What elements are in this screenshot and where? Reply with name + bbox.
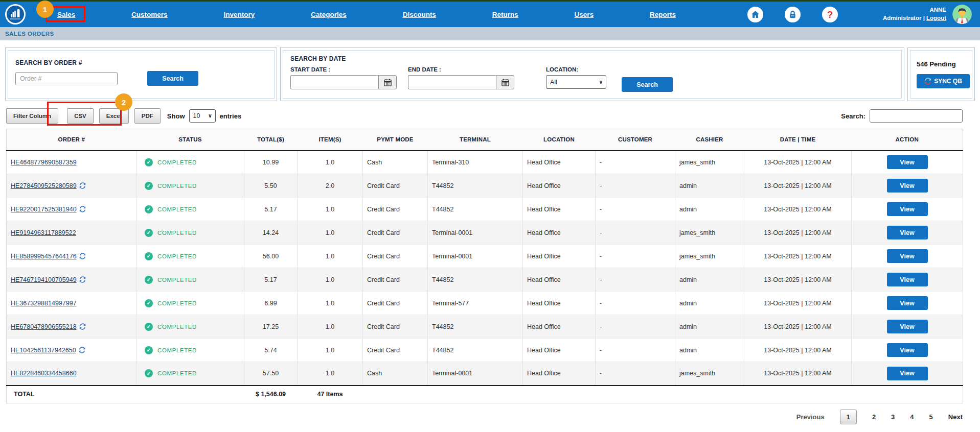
location-cell: Head Office [523,268,596,292]
column-header-total[interactable]: TOTAL($) [244,129,298,151]
status-badge: COMPLETED [157,253,197,259]
nav-item-inventory[interactable]: Inventory [223,11,255,18]
nav-item-users[interactable]: Users [575,11,594,18]
view-button[interactable]: View [887,367,928,380]
cashier-cell: james_smith [675,221,744,245]
export-csv-button[interactable]: CSV [67,108,94,124]
view-button[interactable]: View [887,179,928,193]
sync-icon [924,78,931,85]
table-header-row: ORDER #STATUSTOTAL($)ITEM(S)PYMT MODETER… [7,129,963,151]
view-button[interactable]: View [887,202,928,216]
location-field: LOCATION: All ∨ [546,66,606,89]
location-cell: Head Office [523,292,596,315]
cashier-cell: admin [675,268,744,292]
view-button[interactable]: View [887,296,928,310]
status-cell: ✓COMPLETED [136,151,244,174]
column-header-pymt-mode[interactable]: PYMT MODE [363,129,428,151]
cashier-cell: admin [675,198,744,221]
end-date-input[interactable] [408,75,496,89]
page-size-select[interactable]: 10 [189,109,216,123]
items-cell: 1.0 [298,339,363,362]
nav-item-returns[interactable]: Returns [492,11,518,18]
view-button[interactable]: View [887,249,928,263]
lock-icon[interactable] [785,7,801,22]
location-cell: Head Office [523,198,596,221]
pagination-page-1[interactable]: 1 [840,410,857,424]
location-select[interactable]: All [546,75,606,89]
nav-item-reports[interactable]: Reports [650,11,676,18]
pagination-page-5[interactable]: 5 [929,413,933,421]
sync-icon [79,323,86,330]
pagination-previous[interactable]: Previous [796,413,825,421]
pymt-mode-cell: Credit Card [363,315,428,339]
order-link[interactable]: HE2784509525280589 [11,182,77,189]
column-header-location[interactable]: LOCATION [523,129,596,151]
items-cell: 1.0 [298,221,363,245]
order-link[interactable]: HE4648779690587359 [11,159,77,166]
nav-item-categories[interactable]: Categories [311,11,347,18]
pagination-page-2[interactable]: 2 [872,413,876,421]
column-header-cashier[interactable]: CASHIER [675,129,744,151]
items-cell: 2.0 [298,174,363,198]
order-link[interactable]: HE6780478906555218 [11,323,77,330]
status-cell: ✓COMPLETED [136,315,244,339]
status-badge: COMPLETED [157,300,197,306]
view-button[interactable]: View [887,155,928,169]
order-link[interactable]: HE1042561137942650 [11,347,76,354]
pagination-page-4[interactable]: 4 [910,413,914,421]
cashier-cell: james_smith [675,362,744,386]
view-button[interactable]: View [887,343,928,357]
order-link[interactable]: HE9194963117889522 [11,229,76,236]
order-link[interactable]: HE9220017525381940 [11,206,77,213]
user-avatar[interactable] [952,5,972,24]
export-excel-button[interactable]: Excel [99,108,129,124]
pymt-mode-cell: Credit Card [363,245,428,268]
table-search-input[interactable] [870,109,963,123]
pagination-page-3[interactable]: 3 [891,413,895,421]
logout-link[interactable]: Logout [926,15,946,21]
sync-qb-button[interactable]: SYNC QB [917,74,970,88]
status-cell: ✓COMPLETED [136,245,244,268]
location-cell: Head Office [523,221,596,245]
view-button[interactable]: View [887,273,928,286]
export-pdf-button[interactable]: PDF [134,108,161,124]
view-button[interactable]: View [887,320,928,333]
terminal-cell: Terminal-0001 [428,362,523,386]
home-icon[interactable] [747,7,763,22]
column-header-date-time[interactable]: DATE | TIME [744,129,852,151]
terminal-cell: T44852 [428,198,523,221]
app-logo[interactable] [5,4,26,25]
nav-item-discounts[interactable]: Discounts [403,11,436,18]
start-date-input[interactable] [290,75,378,89]
terminal-cell: Terminal-310 [428,151,523,174]
user-name: ANNE [883,6,946,14]
order-link[interactable]: HE8228460334458660 [11,370,77,377]
column-header-item-s[interactable]: ITEM(S) [298,129,363,151]
order-link[interactable]: HE3673298814997997 [11,300,77,307]
column-header-order[interactable]: ORDER # [7,129,136,151]
order-link[interactable]: HE7467194100705949 [11,276,77,283]
column-header-action[interactable]: ACTION [852,129,963,151]
terminal-cell: Terminal-0001 [428,245,523,268]
terminal-cell: T44852 [428,174,523,198]
column-header-status[interactable]: STATUS [136,129,244,151]
table-row: HE7467194100705949✓COMPLETED5.171.0Credi… [7,268,963,292]
end-date-calendar-icon[interactable] [496,75,514,89]
start-date-calendar-icon[interactable] [378,75,397,89]
order-link[interactable]: HE8589995457644176 [11,253,77,260]
column-header-terminal[interactable]: TERMINAL [428,129,523,151]
order-number-input[interactable] [15,72,118,85]
status-cell: ✓COMPLETED [136,268,244,292]
order-cell: HE2784509525280589 [7,174,136,198]
pagination-next[interactable]: Next [948,413,963,421]
nav-item-sales[interactable]: Sales [57,11,75,18]
filter-column-button[interactable]: Filter Column [6,108,58,124]
nav-item-customers[interactable]: Customers [131,11,168,18]
pymt-mode-cell: Credit Card [363,268,428,292]
terminal-cell: T44852 [428,315,523,339]
date-search-button[interactable]: Search [622,77,673,92]
order-search-button[interactable]: Search [147,71,198,86]
view-button[interactable]: View [887,226,928,239]
column-header-customer[interactable]: CUSTOMER [596,129,675,151]
help-icon[interactable]: ? [822,7,838,22]
